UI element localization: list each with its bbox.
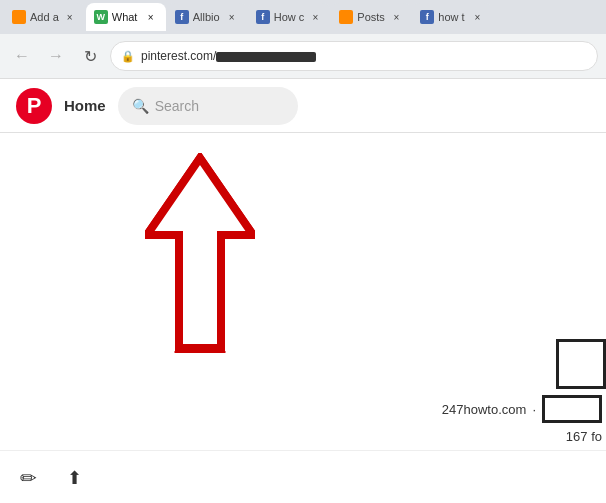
- tab-add-a[interactable]: Add a ×: [4, 3, 85, 31]
- home-link[interactable]: Home: [64, 97, 106, 114]
- separator: ·: [532, 402, 536, 417]
- reload-button[interactable]: ↻: [76, 42, 104, 70]
- bottom-toolbar: ✏ ⬆: [0, 450, 606, 503]
- profile-section: 247howto.com · 167 fo: [442, 339, 606, 444]
- url-text: pinterest.com/: [141, 49, 587, 63]
- edit-icon[interactable]: ✏: [20, 466, 37, 490]
- tab-favicon-6: f: [420, 10, 434, 24]
- pinterest-navbar: P Home 🔍 Search: [0, 79, 606, 133]
- tab-favicon-1: [12, 10, 26, 24]
- search-icon: 🔍: [132, 98, 149, 114]
- tab-label-2: What: [112, 11, 140, 23]
- tab-favicon-5: [339, 10, 353, 24]
- site-info: 247howto.com ·: [442, 395, 606, 423]
- tab-label-1: Add a: [30, 11, 59, 23]
- upload-icon[interactable]: ⬆: [67, 467, 82, 489]
- pinterest-logo[interactable]: P: [16, 88, 52, 124]
- site-name: 247howto.com: [442, 402, 527, 417]
- logo-letter: P: [27, 93, 42, 119]
- tab-howt[interactable]: f how t ×: [412, 3, 492, 31]
- tab-what[interactable]: W What ×: [86, 3, 166, 31]
- tab-favicon-3: f: [175, 10, 189, 24]
- search-bar[interactable]: 🔍 Search: [118, 87, 298, 125]
- tab-posts[interactable]: Posts ×: [331, 3, 411, 31]
- tab-favicon-2: W: [94, 10, 108, 24]
- followers-text: 167 fo: [566, 429, 606, 444]
- forward-button[interactable]: →: [42, 42, 70, 70]
- lock-icon: 🔒: [121, 50, 135, 63]
- tab-bar: Add a × W What × f Allbio × f How c × Po…: [0, 0, 606, 34]
- tab-close-3[interactable]: ×: [225, 10, 239, 24]
- tab-label-5: Posts: [357, 11, 385, 23]
- address-bar[interactable]: 🔒 pinterest.com/: [110, 41, 598, 71]
- tab-close-6[interactable]: ×: [470, 10, 484, 24]
- tab-close-1[interactable]: ×: [63, 10, 77, 24]
- profile-image: [556, 339, 606, 389]
- main-content: 247howto.com · 167 fo ✏ ⬆: [0, 133, 606, 503]
- red-arrow: [145, 153, 255, 353]
- tab-howc[interactable]: f How c ×: [248, 3, 331, 31]
- url-redacted: [216, 52, 316, 62]
- tab-close-5[interactable]: ×: [389, 10, 403, 24]
- tab-favicon-4: f: [256, 10, 270, 24]
- tab-label-4: How c: [274, 11, 305, 23]
- tab-close-4[interactable]: ×: [308, 10, 322, 24]
- tab-label-6: how t: [438, 11, 466, 23]
- follow-button[interactable]: [542, 395, 602, 423]
- tab-label-3: Allbio: [193, 11, 221, 23]
- tab-allbio[interactable]: f Allbio ×: [167, 3, 247, 31]
- address-bar-row: ← → ↻ 🔒 pinterest.com/: [0, 34, 606, 78]
- tab-close-2[interactable]: ×: [144, 10, 158, 24]
- search-placeholder: Search: [155, 98, 199, 114]
- back-button[interactable]: ←: [8, 42, 36, 70]
